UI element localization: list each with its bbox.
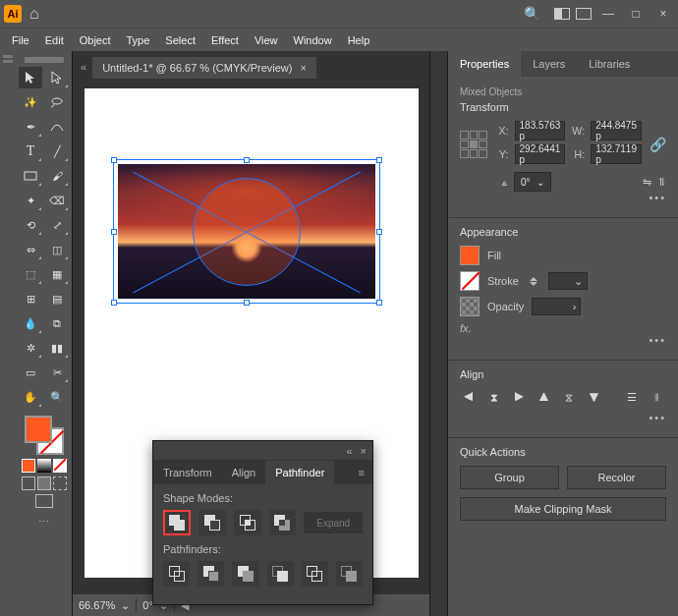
trim-button[interactable] [198, 561, 224, 587]
unite-button[interactable] [163, 510, 191, 535]
type-tool[interactable]: T [19, 140, 42, 162]
flip-vertical-icon[interactable]: ⥮ [657, 176, 666, 189]
menu-view[interactable]: View [249, 32, 284, 48]
rotate-tool[interactable]: ⟲ [19, 214, 42, 236]
gradient-tool[interactable]: ▤ [45, 288, 69, 309]
opacity-dropdown[interactable]: › [532, 298, 581, 315]
lasso-tool[interactable] [45, 91, 69, 113]
draw-normal[interactable] [22, 476, 35, 490]
align-right-icon[interactable]: ⯈ [510, 388, 529, 406]
draw-behind[interactable] [37, 476, 51, 490]
x-field[interactable]: 183.5763 p [515, 121, 566, 140]
panel-close-icon[interactable]: × [361, 445, 367, 457]
panel-dock-right[interactable] [429, 51, 447, 616]
eraser-tool[interactable]: ⌫ [45, 190, 69, 211]
menu-type[interactable]: Type [121, 32, 156, 48]
width-tool[interactable]: ⇔ [19, 239, 42, 260]
align-left-icon[interactable]: ⯇ [460, 388, 479, 406]
merge-button[interactable] [232, 561, 258, 587]
align-more-icon[interactable]: ••• [649, 412, 666, 423]
selection-bounds[interactable] [113, 159, 380, 304]
layout-toggle-icon[interactable] [554, 8, 570, 20]
expand-button[interactable]: Expand [304, 512, 363, 533]
direct-selection-tool[interactable] [45, 67, 69, 88]
distribute-horizontal-icon[interactable]: ⦀ [648, 388, 666, 406]
menu-help[interactable]: Help [342, 32, 376, 48]
line-tool[interactable]: ╱ [45, 140, 69, 162]
color-mode-none[interactable] [53, 459, 67, 473]
menu-edit[interactable]: Edit [39, 32, 70, 48]
magic-wand-tool[interactable]: ✨ [19, 91, 42, 113]
zoom-level[interactable]: 66.67% [79, 599, 115, 611]
zoom-tool[interactable]: 🔍 [45, 386, 69, 408]
shaper-tool[interactable]: ✦ [19, 190, 42, 211]
color-mode-gradient[interactable] [37, 459, 51, 473]
menu-effect[interactable]: Effect [205, 32, 245, 48]
fill-stroke-selector[interactable] [25, 416, 64, 455]
shape-builder-tool[interactable]: ⬚ [19, 263, 42, 285]
blend-tool[interactable]: ⧉ [45, 312, 69, 334]
rotate-field[interactable]: 0°⌄ [514, 172, 551, 192]
selection-tool[interactable] [19, 67, 42, 88]
constrain-proportions-icon[interactable]: 🔗 [650, 137, 666, 152]
recolor-button[interactable]: Recolor [567, 466, 666, 489]
exclude-button[interactable] [269, 510, 297, 535]
transform-more-icon[interactable]: ••• [649, 192, 666, 203]
menu-file[interactable]: File [6, 32, 35, 48]
slice-tool[interactable]: ✂ [45, 362, 69, 383]
mesh-tool[interactable]: ⊞ [19, 288, 42, 309]
hand-tool[interactable]: ✋ [19, 386, 42, 408]
panel-menu-icon[interactable]: ≡ [351, 461, 372, 484]
tab-libraries[interactable]: Libraries [577, 51, 642, 77]
column-graph-tool[interactable]: ▮▮ [45, 337, 69, 359]
stroke-weight-stepper[interactable] [527, 272, 540, 290]
make-clipping-mask-button[interactable]: Make Clipping Mask [460, 497, 666, 521]
document-tab-close-icon[interactable]: × [300, 62, 306, 74]
menu-object[interactable]: Object [74, 32, 117, 48]
ellipse-shape[interactable] [193, 178, 301, 286]
w-field[interactable]: 244.8475 p [591, 121, 642, 140]
perspective-grid-tool[interactable]: ▦ [45, 263, 69, 285]
menu-window[interactable]: Window [288, 32, 338, 48]
pen-tool[interactable]: ✒ [19, 116, 42, 138]
paintbrush-tool[interactable]: 🖌 [45, 165, 69, 187]
edit-toolbar-icon[interactable]: ⋯ [38, 516, 49, 529]
scale-tool[interactable]: ⤢ [45, 214, 69, 236]
maximize-button[interactable]: □ [625, 5, 647, 23]
fill-swatch[interactable] [25, 416, 52, 443]
zoom-dropdown-icon[interactable]: ⌄ [121, 599, 130, 612]
crop-button[interactable] [267, 561, 294, 587]
curvature-tool[interactable] [45, 116, 69, 138]
home-icon[interactable]: ⌂ [29, 5, 39, 23]
y-field[interactable]: 292.6441 p [515, 144, 566, 164]
fill-swatch-prop[interactable] [460, 246, 480, 265]
align-bottom-icon[interactable]: ⯆ [584, 388, 602, 406]
opacity-swatch[interactable] [460, 297, 480, 316]
search-icon[interactable]: 🔍 [524, 6, 540, 22]
free-transform-tool[interactable]: ◫ [45, 239, 69, 260]
artboard-tool[interactable]: ▭ [19, 362, 42, 383]
align-vcenter-icon[interactable]: ⧖ [559, 388, 578, 406]
flip-horizontal-icon[interactable]: ⇋ [643, 176, 651, 189]
tab-chevron-icon[interactable]: « [81, 61, 92, 79]
tab-pathfinder[interactable]: Pathfinder [265, 461, 334, 484]
rectangle-tool[interactable] [19, 165, 42, 187]
panel-collapse-icon[interactable]: « [346, 445, 352, 457]
outline-button[interactable] [302, 561, 328, 587]
divide-button[interactable] [163, 561, 190, 587]
screen-mode[interactable] [35, 494, 53, 508]
align-top-icon[interactable]: ⯅ [535, 388, 553, 406]
distribute-vertical-icon[interactable]: ☰ [622, 388, 641, 406]
tab-align[interactable]: Align [222, 461, 265, 484]
tab-properties[interactable]: Properties [448, 51, 521, 77]
document-tab[interactable]: Untitled-1* @ 66.67 % (CMYK/Preview) × [92, 57, 316, 79]
align-hcenter-icon[interactable]: ⧗ [484, 388, 503, 406]
minimize-button[interactable]: — [597, 5, 619, 23]
minus-front-button[interactable] [198, 510, 226, 535]
symbol-sprayer-tool[interactable]: ✲ [19, 337, 42, 359]
group-button[interactable]: Group [460, 466, 559, 489]
tab-transform[interactable]: Transform [153, 461, 222, 484]
pathfinder-panel[interactable]: « × Transform Align Pathfinder ≡ Shape M… [152, 440, 373, 605]
reference-point-selector[interactable] [460, 131, 487, 158]
h-field[interactable]: 132.7119 p [591, 144, 642, 164]
